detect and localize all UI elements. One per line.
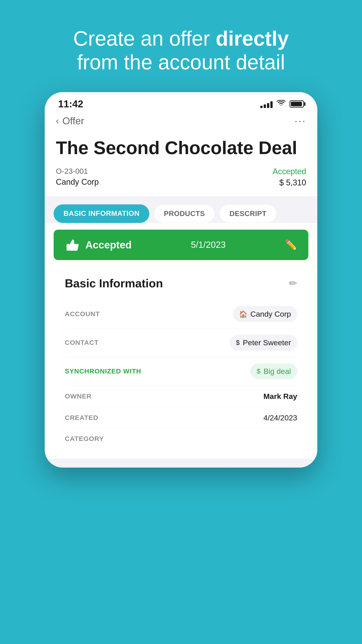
deal-meta: O-23-001 Candy Corp Accepted $ 5,310 (56, 167, 306, 188)
info-row-account: ACCOUNT 🏠 Candy Corp (65, 300, 297, 328)
synchronized-label: SYNCHRONIZED WITH (65, 368, 141, 375)
banner-left: Accepted (65, 238, 132, 252)
synchronized-value: Big deal (264, 367, 291, 376)
deal-title: The Second Chocolate Deal (56, 138, 306, 158)
deal-meta-left: O-23-001 Candy Corp (56, 167, 99, 187)
status-time: 11:42 (58, 98, 83, 110)
banner-edit-icon[interactable]: ✏️ (285, 239, 297, 251)
svg-rect-0 (67, 244, 70, 251)
owner-value: Mark Ray (264, 392, 297, 401)
category-label: CATEGORY (65, 435, 104, 442)
phone-frame: 11:42 (45, 92, 317, 468)
owner-label: OWNER (65, 392, 92, 400)
info-row-created: CREATED 4/24/2023 (65, 407, 297, 429)
account-chip[interactable]: 🏠 Candy Corp (233, 306, 297, 322)
deal-meta-right: Accepted $ 5,310 (273, 167, 306, 188)
info-row-synchronized: SYNCHRONIZED WITH $ Big deal (65, 357, 297, 386)
contact-chip[interactable]: $ Peter Sweeter (230, 335, 297, 350)
deal-id: O-23-001 (56, 167, 99, 176)
info-card-title: Basic Information (65, 276, 163, 290)
tab-description[interactable]: DESCRIPT (219, 204, 277, 223)
wifi-icon (277, 99, 286, 109)
account-label: ACCOUNT (65, 310, 100, 318)
basic-info-card: Basic Information ✏ ACCOUNT 🏠 Candy Corp… (54, 267, 308, 459)
more-options-button[interactable]: ··· (295, 118, 306, 124)
accepted-banner[interactable]: Accepted 5/1/2023 ✏️ (54, 230, 308, 260)
status-bar: 11:42 (45, 92, 317, 113)
info-row-contact: CONTACT $ Peter Sweeter (65, 328, 297, 357)
signal-icon (260, 100, 273, 108)
banner-date: 5/1/2023 (191, 240, 226, 250)
back-button[interactable]: ‹ (56, 116, 59, 126)
hero-text-line1: Create an offer directly (73, 27, 289, 50)
account-value: Candy Corp (251, 310, 291, 318)
contact-dollar-icon: $ (236, 339, 240, 346)
tabs-row: BASIC INFORMATION PRODUCTS DESCRIPT (54, 204, 308, 223)
synchronized-chip[interactable]: $ Big deal (250, 363, 297, 379)
deal-amount: $ 5,310 (273, 178, 306, 188)
thumbs-up-icon (65, 238, 79, 252)
hero-section: Create an offer directly from the accoun… (55, 27, 307, 74)
phone-screen: 11:42 (45, 92, 317, 459)
battery-icon (290, 100, 304, 108)
hero-text-line2: from the account detail (77, 51, 285, 74)
deal-company: Candy Corp (56, 177, 99, 187)
sync-dollar-icon: $ (257, 368, 260, 375)
deal-status: Accepted (273, 167, 306, 176)
created-value: 4/24/2023 (264, 414, 297, 422)
banner-accepted-text: Accepted (85, 239, 132, 251)
info-row-category: CATEGORY (65, 429, 297, 449)
tabs-section: BASIC INFORMATION PRODUCTS DESCRIPT (45, 196, 317, 223)
tab-basic-information[interactable]: BASIC INFORMATION (54, 204, 149, 223)
nav-title: Offer (62, 116, 84, 126)
deal-header: The Second Chocolate Deal O-23-001 Candy… (45, 131, 317, 196)
tab-products[interactable]: PRODUCTS (154, 204, 215, 223)
contact-label: CONTACT (65, 339, 98, 346)
contact-value: Peter Sweeter (243, 338, 291, 347)
info-row-owner: OWNER Mark Ray (65, 386, 297, 407)
home-icon: 🏠 (239, 310, 247, 318)
created-label: CREATED (65, 414, 98, 422)
info-edit-icon[interactable]: ✏ (289, 278, 297, 289)
nav-bar: ‹ Offer ··· (45, 113, 317, 131)
status-icons (260, 99, 304, 109)
nav-left: ‹ Offer (56, 116, 84, 126)
info-card-header: Basic Information ✏ (65, 276, 297, 290)
